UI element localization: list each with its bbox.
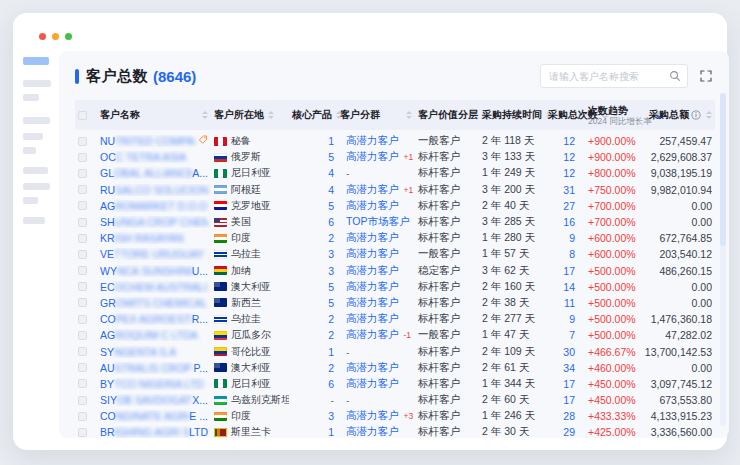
core-products-link[interactable]: 5 <box>328 200 334 212</box>
sidebar-placeholder-item[interactable] <box>23 167 48 174</box>
core-products-link[interactable]: 2 <box>328 232 334 244</box>
customer-name-link[interactable]: RUSALCO SOLUCIONES S.A <box>100 184 208 196</box>
segment-link[interactable]: 高潜力客户 <box>346 425 399 439</box>
customer-name-link[interactable]: VETTORE URUGUAY S.R.L <box>100 248 208 260</box>
customer-name-link[interactable]: NUTRITED COMPAN S.A.C <box>100 135 195 147</box>
core-products-link[interactable]: 1 <box>328 135 334 147</box>
fullscreen-expand-icon[interactable] <box>697 67 715 85</box>
core-products-link[interactable]: 2 <box>328 313 334 325</box>
row-checkbox[interactable] <box>78 234 87 243</box>
row-checkbox[interactable] <box>78 379 87 388</box>
customer-name-link[interactable]: AUSTRALIS CROP PROTECTION P... <box>100 362 208 374</box>
customer-name-link[interactable]: ECOCHEM AUSTRALIA PTY LIMITED <box>100 281 208 293</box>
segment-link[interactable]: 高潜力客户 <box>346 134 399 148</box>
segment-link[interactable]: 高潜力客户 <box>346 183 399 197</box>
sidebar-item-active[interactable] <box>23 57 49 65</box>
core-products-link[interactable]: 5 <box>328 151 334 163</box>
customer-name-link[interactable]: KRISH RASAYAN <box>100 232 184 244</box>
core-products-link[interactable]: 6 <box>328 378 334 390</box>
segment-link[interactable]: TOP市场客户 <box>346 215 409 229</box>
customer-name-link[interactable]: GLOBAL ALLIANCE FOR CHEMICA... <box>100 167 208 179</box>
sidebar-placeholder-item[interactable] <box>23 133 43 140</box>
core-products-link[interactable]: 1 <box>328 426 334 438</box>
select-all-checkbox[interactable] <box>78 111 87 120</box>
customer-name-link[interactable]: SYNGENTA S.A <box>100 346 176 358</box>
row-checkbox[interactable] <box>78 137 87 146</box>
row-checkbox[interactable] <box>78 363 87 372</box>
customer-name-link[interactable]: WYNCA SUNSHINE AGRO PRODU... <box>100 265 208 277</box>
row-checkbox[interactable] <box>78 331 87 340</box>
segment-link[interactable]: 高潜力客户 <box>346 231 399 245</box>
segment-link[interactable]: 高潜力客户 <box>346 150 399 164</box>
customer-name-link[interactable]: BYTCO NIGERIA LTD <box>100 378 204 390</box>
table-scrollbar[interactable] <box>720 93 726 426</box>
customer-name-link[interactable]: CONGINATE AGROPACK FRUCE ... <box>100 410 208 422</box>
sort-caret-icon[interactable] <box>202 111 208 119</box>
table-row: WYNCA SUNSHINE AGRO PRODU...加纳3高潜力客户稳定客户… <box>75 263 715 279</box>
row-checkbox[interactable] <box>78 218 87 227</box>
segment-link[interactable]: 高潜力客户 <box>346 361 399 375</box>
sidebar-placeholder-item[interactable] <box>23 197 38 204</box>
segment-link[interactable]: 高潜力客户 <box>346 409 399 423</box>
row-checkbox[interactable] <box>78 153 87 162</box>
cell-core-products: 4 <box>289 167 337 179</box>
scrollbar-thumb[interactable] <box>720 93 726 246</box>
core-products-link[interactable]: 2 <box>328 329 334 341</box>
core-products-link[interactable]: 4 <box>328 167 334 179</box>
info-icon[interactable] <box>691 110 701 120</box>
row-checkbox[interactable] <box>78 169 87 178</box>
segment-link[interactable]: 高潜力客户 <box>346 280 399 294</box>
core-products-link[interactable]: 5 <box>328 281 334 293</box>
sort-caret-icon[interactable] <box>406 111 412 119</box>
core-products-link[interactable]: 1 <box>328 346 334 358</box>
sidebar-placeholder-item[interactable] <box>23 147 36 154</box>
segment-link[interactable]: 高潜力客户 <box>346 377 399 391</box>
sidebar-placeholder-item[interactable] <box>23 80 51 87</box>
core-products-link[interactable]: 3 <box>328 265 334 277</box>
customer-name-link[interactable]: SIYOB SAVDOGAT ORZU TERMIX... <box>100 394 208 406</box>
cell-segment: 高潜力客户 <box>337 377 415 391</box>
row-checkbox[interactable] <box>78 201 87 210</box>
customer-name-link[interactable]: SHUNGA CROP CHEM <box>100 216 208 228</box>
core-products-link[interactable]: 2 <box>328 362 334 374</box>
core-products-link[interactable]: 6 <box>328 216 334 228</box>
segment-link[interactable]: 高潜力客户 <box>346 296 399 310</box>
sidebar-placeholder-item[interactable] <box>23 117 50 124</box>
sort-caret-icon[interactable] <box>706 111 712 119</box>
segment-link[interactable]: 高潜力客户 <box>346 264 399 278</box>
sidebar-placeholder-item[interactable] <box>23 183 50 190</box>
search-input[interactable] <box>549 71 669 82</box>
row-checkbox[interactable] <box>78 347 87 356</box>
row-checkbox[interactable] <box>78 266 87 275</box>
customer-name-link[interactable]: AGROMARKET D.O.O <box>100 200 207 212</box>
segment-link[interactable]: 高潜力客户 <box>346 312 399 326</box>
sort-caret-icon[interactable] <box>268 111 274 119</box>
customer-name-link[interactable]: AGROQUIM C LTDA <box>100 329 198 341</box>
sidebar-placeholder-item[interactable] <box>23 217 45 224</box>
customer-name-link[interactable]: BRIGHING AGRI SOLUTIONS PVT LTD <box>100 426 208 438</box>
segment-link[interactable]: 高潜力客户 <box>346 199 399 213</box>
purchase-count-value: 8 <box>569 248 575 260</box>
row-checkbox[interactable] <box>78 428 87 437</box>
row-checkbox[interactable] <box>78 396 87 405</box>
row-checkbox[interactable] <box>78 412 87 421</box>
customer-name-link[interactable]: COPEX AGROESTRINA ALJIDOR... <box>100 313 208 325</box>
row-checkbox[interactable] <box>78 250 87 259</box>
customer-name-link[interactable]: GROWITS CHEMICALS LIMITED <box>100 297 208 309</box>
country-flag-icon <box>214 298 227 307</box>
sidebar-placeholder-item[interactable] <box>23 94 39 101</box>
core-products-link[interactable]: 4 <box>328 184 334 196</box>
row-checkbox[interactable] <box>78 185 87 194</box>
segment-link[interactable]: 高潜力客户 <box>346 247 399 261</box>
search-icon[interactable] <box>669 70 681 82</box>
core-products-link[interactable]: 3 <box>328 410 334 422</box>
core-products-link[interactable]: 5 <box>328 297 334 309</box>
row-checkbox[interactable] <box>78 315 87 324</box>
row-checkbox[interactable] <box>78 282 87 291</box>
segment-link[interactable]: 高潜力客户 <box>346 328 399 342</box>
tag-icon[interactable] <box>195 135 208 147</box>
value-tier-text: 标杆客户 <box>418 377 460 391</box>
row-checkbox[interactable] <box>78 298 87 307</box>
core-products-link[interactable]: 3 <box>328 248 334 260</box>
customer-name-link[interactable]: OCC TETRA ASIA <box>100 151 186 163</box>
